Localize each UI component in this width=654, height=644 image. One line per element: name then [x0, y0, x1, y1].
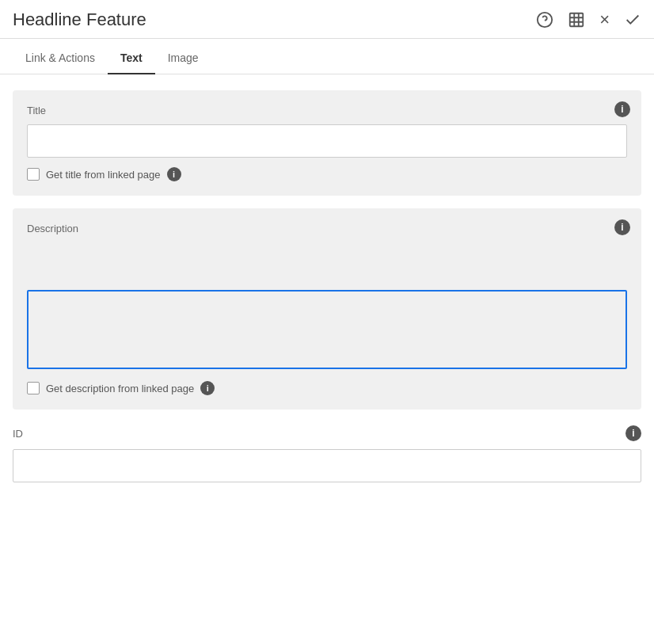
title-info-icon[interactable]: i	[614, 101, 630, 117]
page-title: Headline Feature	[13, 10, 146, 30]
svg-rect-2	[570, 13, 584, 27]
header: Headline Feature ×	[0, 0, 654, 39]
confirm-icon[interactable]	[624, 11, 641, 29]
description-label: Description	[27, 223, 627, 234]
description-checkbox-label: Get description from linked page	[46, 383, 194, 394]
expand-icon[interactable]	[568, 11, 585, 29]
description-info-icon[interactable]: i	[614, 219, 630, 235]
header-actions: ×	[536, 10, 641, 30]
id-label-row: ID i	[13, 425, 641, 441]
title-section: Title i Get title from linked page i	[13, 90, 641, 196]
description-checkbox[interactable]	[27, 382, 40, 394]
title-checkbox-info-icon[interactable]: i	[167, 167, 181, 181]
close-icon[interactable]: ×	[599, 10, 610, 30]
tab-image[interactable]: Image	[155, 42, 211, 74]
tab-link-actions[interactable]: Link & Actions	[13, 42, 108, 74]
title-label: Title	[27, 105, 627, 116]
tab-text[interactable]: Text	[108, 42, 155, 74]
help-icon[interactable]	[536, 11, 553, 29]
description-checkbox-info-icon[interactable]: i	[200, 381, 215, 395]
id-info-icon[interactable]: i	[625, 425, 641, 441]
id-input[interactable]	[13, 449, 641, 482]
content-area: Title i Get title from linked page i Des…	[0, 74, 654, 425]
title-checkbox-label: Get title from linked page	[46, 169, 161, 181]
id-label: ID	[13, 428, 23, 440]
description-textarea[interactable]	[27, 290, 627, 369]
title-input[interactable]	[27, 124, 627, 158]
id-section: ID i	[0, 425, 654, 498]
title-checkbox[interactable]	[27, 168, 40, 181]
title-checkbox-row: Get title from linked page i	[27, 167, 627, 181]
description-checkbox-row: Get description from linked page i	[27, 381, 627, 395]
description-section: Description i Get description from linke…	[13, 208, 641, 410]
tabs-bar: Link & Actions Text Image	[0, 42, 654, 74]
